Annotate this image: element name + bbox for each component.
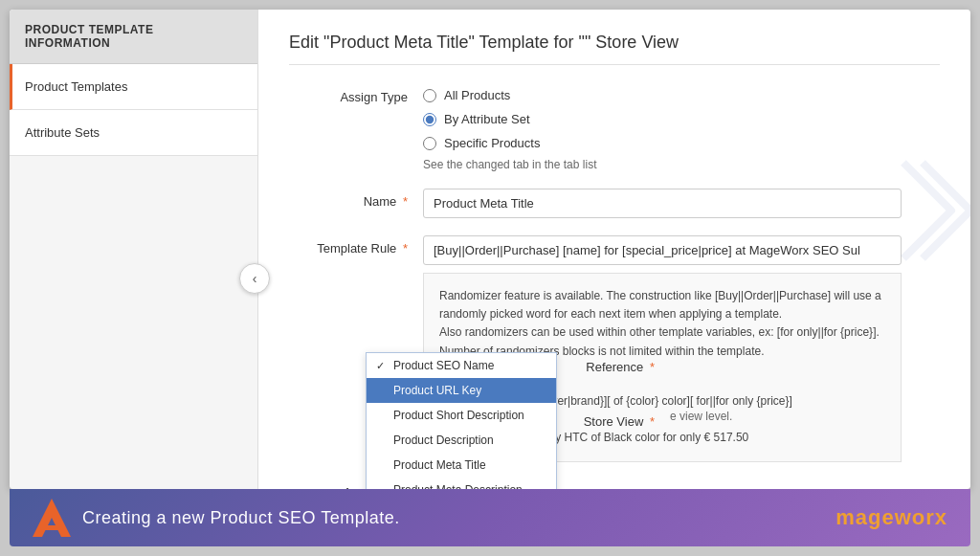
store-view-row: Store View * e view level.: [536, 409, 732, 429]
assign-type-hint: See the changed tab in the tab list: [423, 158, 940, 171]
sidebar-item-label: Attribute Sets: [25, 125, 100, 140]
app-wrapper: PRODUCT TEMPLATE INFORMATION Product Tem…: [0, 0, 980, 556]
collapse-sidebar-button[interactable]: ‹: [239, 263, 270, 294]
dropdown-item-label: Product Meta Description: [393, 483, 523, 489]
radio-specific-products-input[interactable]: [423, 137, 436, 150]
radio-by-attribute-set[interactable]: By Attribute Set: [423, 112, 940, 126]
radio-all-products[interactable]: All Products: [423, 88, 940, 102]
main-content: Edit "Product Meta Title" Template for "…: [258, 10, 970, 489]
dropdown-item-product-description[interactable]: Product Description: [367, 428, 556, 453]
sidebar-item-product-templates[interactable]: Product Templates: [10, 64, 257, 110]
dropdown-item-product-short-description[interactable]: Product Short Description: [367, 403, 556, 428]
sidebar-header: PRODUCT TEMPLATE INFORMATION: [10, 10, 257, 64]
name-required-star: *: [403, 194, 408, 209]
footer-x-logo: [33, 499, 71, 537]
radio-specific-products-label: Specific Products: [444, 136, 540, 150]
name-label: Name *: [289, 189, 423, 209]
dropdown-item-product-meta-description[interactable]: Product Meta Description: [367, 478, 556, 489]
dropdown-item-label: Product Short Description: [393, 409, 524, 422]
radio-all-products-label: All Products: [444, 88, 510, 102]
store-view-controls: e view level.: [670, 409, 732, 423]
footer: Creating a new Product SEO Template. mag…: [10, 489, 970, 546]
footer-text: Creating a new Product SEO Template.: [82, 508, 400, 528]
radio-all-products-input[interactable]: [423, 89, 436, 102]
info-lines: Randomizer feature is available. The con…: [439, 289, 881, 358]
dropdown-item-product-meta-title[interactable]: Product Meta Title: [367, 453, 556, 478]
assign-type-controls: All Products By Attribute Set Specific P…: [423, 84, 940, 171]
dropdown-item-label: Product URL Key: [393, 384, 481, 397]
assign-type-row: Assign Type All Products By Attribute Se…: [289, 84, 940, 171]
reference-dropdown: Product SEO Name Product URL Key Product…: [366, 352, 557, 489]
dropdown-item-product-url-key[interactable]: Product URL Key: [367, 378, 556, 403]
svg-rect-1: [40, 525, 63, 530]
template-rule-required-star: *: [403, 241, 408, 256]
template-rule-input[interactable]: [423, 235, 902, 265]
name-input[interactable]: [423, 189, 902, 218]
name-row: Name *: [289, 189, 940, 218]
radio-by-attribute-set-input[interactable]: [423, 113, 436, 126]
dropdown-item-label: Product Meta Title: [393, 458, 486, 472]
radio-by-attribute-set-label: By Attribute Set: [444, 112, 530, 126]
sidebar-item-label: Product Templates: [25, 79, 127, 94]
template-rule-label: Template Rule *: [289, 235, 423, 256]
svg-marker-0: [33, 499, 71, 537]
reference-area: Reference * Store View * e view level.: [536, 354, 732, 446]
dropdown-item-product-seo-name[interactable]: Product SEO Name: [367, 353, 556, 378]
main-area: PRODUCT TEMPLATE INFORMATION Product Tem…: [10, 10, 970, 489]
footer-left: Creating a new Product SEO Template.: [33, 499, 400, 537]
footer-brand-text: mageworx: [835, 505, 947, 529]
chevron-left-icon: ‹: [253, 271, 257, 286]
footer-brand: mageworx: [835, 505, 947, 530]
reference-row: Reference *: [536, 354, 732, 374]
page-title: Edit "Product Meta Title" Template for "…: [289, 33, 940, 65]
assign-type-radio-group: All Products By Attribute Set Specific P…: [423, 84, 940, 150]
dropdown-item-label: Product SEO Name: [393, 359, 494, 372]
name-controls: [423, 189, 940, 218]
assign-type-label: Assign Type: [289, 84, 423, 104]
dropdown-item-label: Product Description: [393, 434, 494, 447]
sidebar: PRODUCT TEMPLATE INFORMATION Product Tem…: [10, 10, 258, 489]
store-view-hint: e view level.: [670, 410, 732, 423]
radio-specific-products[interactable]: Specific Products: [423, 136, 940, 150]
sidebar-item-attribute-sets[interactable]: Attribute Sets: [10, 110, 257, 156]
